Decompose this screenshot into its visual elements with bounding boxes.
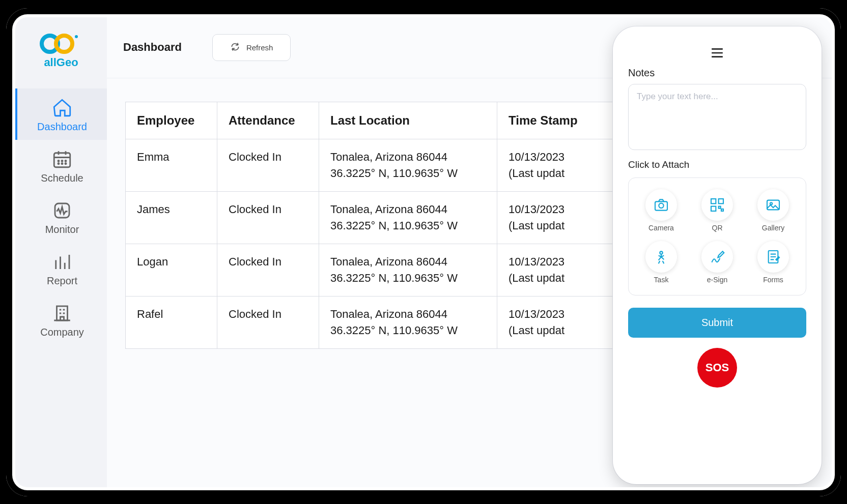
home-icon	[17, 98, 107, 118]
hamburger-menu-button[interactable]	[628, 48, 806, 58]
svg-point-2	[75, 35, 78, 38]
cell-employee: Rafel	[126, 296, 217, 348]
cell-attendance: Clocked In	[217, 191, 319, 244]
svg-point-8	[58, 163, 59, 164]
allgeo-logo-icon: allGeo	[36, 32, 87, 72]
svg-point-22	[660, 251, 662, 254]
sidebar-item-dashboard[interactable]: Dashboard	[15, 88, 107, 140]
col-last-location: Last Location	[319, 102, 497, 139]
sidebar: allGeo Dashboard Schedule Monitor	[15, 17, 107, 487]
mobile-preview: Notes Type your text here... Click to At…	[613, 26, 822, 484]
refresh-icon	[230, 42, 240, 53]
cell-attendance: Clocked In	[217, 244, 319, 296]
task-icon	[645, 241, 677, 273]
attach-item-label: QR	[712, 224, 723, 232]
svg-point-14	[659, 203, 663, 207]
calendar-icon	[17, 149, 107, 169]
cell-location: Tonalea, Arizona 8604436.3225° N, 110.96…	[319, 139, 497, 191]
sidebar-item-label: Monitor	[17, 224, 107, 235]
attach-item-esign[interactable]: e-Sign	[701, 241, 733, 284]
sidebar-item-schedule[interactable]: Schedule	[15, 140, 107, 191]
submit-button[interactable]: Submit	[628, 308, 806, 338]
svg-rect-12	[57, 306, 68, 320]
sidebar-item-monitor[interactable]: Monitor	[15, 191, 107, 243]
hamburger-icon	[711, 48, 724, 58]
camera-icon	[645, 189, 677, 221]
refresh-label: Refresh	[246, 43, 273, 52]
attach-item-label: Gallery	[762, 224, 784, 232]
sidebar-item-label: Report	[17, 275, 107, 287]
attach-item-qr[interactable]: QR	[701, 189, 733, 232]
col-attendance: Attendance	[217, 102, 319, 139]
attach-item-label: Task	[654, 276, 669, 284]
sidebar-item-report[interactable]: Report	[15, 243, 107, 294]
cell-attendance: Clocked In	[217, 296, 319, 348]
svg-rect-19	[721, 209, 723, 211]
attach-item-label: Camera	[648, 224, 674, 232]
sos-button[interactable]: SOS	[697, 348, 737, 388]
attach-item-camera[interactable]: Camera	[645, 189, 677, 232]
svg-point-5	[58, 160, 59, 161]
cell-employee: James	[126, 191, 217, 244]
page-title: Dashboard	[123, 41, 182, 54]
attach-item-label: e-Sign	[707, 276, 727, 284]
attach-item-forms[interactable]: Forms	[757, 241, 789, 284]
cell-location: Tonalea, Arizona 8604436.3225° N, 110.96…	[319, 244, 497, 296]
company-icon	[17, 303, 107, 323]
svg-point-6	[62, 160, 63, 161]
report-icon	[17, 252, 107, 272]
cell-employee: Logan	[126, 244, 217, 296]
attach-item-task[interactable]: Task	[645, 241, 677, 284]
attach-item-gallery[interactable]: Gallery	[757, 189, 789, 232]
notes-placeholder-text: Type your text here...	[637, 92, 718, 101]
svg-rect-17	[711, 206, 716, 211]
col-employee: Employee	[126, 102, 217, 139]
forms-icon	[757, 241, 789, 273]
svg-rect-18	[719, 206, 721, 208]
sidebar-item-label: Company	[17, 327, 107, 338]
sidebar-item-company[interactable]: Company	[15, 294, 107, 345]
sidebar-item-label: Dashboard	[17, 121, 107, 133]
sidebar-item-label: Schedule	[17, 172, 107, 184]
notes-input[interactable]: Type your text here...	[628, 84, 806, 150]
cell-location: Tonalea, Arizona 8604436.3225° N, 110.96…	[319, 191, 497, 244]
cell-attendance: Clocked In	[217, 139, 319, 191]
svg-point-10	[65, 163, 66, 164]
esign-icon	[701, 241, 733, 273]
monitor-icon	[17, 200, 107, 221]
qr-icon	[701, 189, 733, 221]
attach-panel: CameraQRGalleryTaske-SignForms	[628, 177, 806, 295]
notes-heading: Notes	[628, 67, 806, 79]
brand-logo: allGeo	[36, 22, 87, 88]
cell-location: Tonalea, Arizona 8604436.3225° N, 110.96…	[319, 296, 497, 348]
gallery-icon	[757, 189, 789, 221]
svg-rect-15	[711, 199, 716, 203]
attach-heading: Click to Attach	[628, 159, 806, 170]
svg-point-9	[62, 163, 63, 164]
svg-rect-16	[719, 199, 723, 203]
svg-text:allGeo: allGeo	[44, 56, 78, 69]
cell-employee: Emma	[126, 139, 217, 191]
refresh-button[interactable]: Refresh	[212, 34, 291, 61]
attach-item-label: Forms	[763, 276, 783, 284]
svg-point-7	[65, 160, 66, 161]
